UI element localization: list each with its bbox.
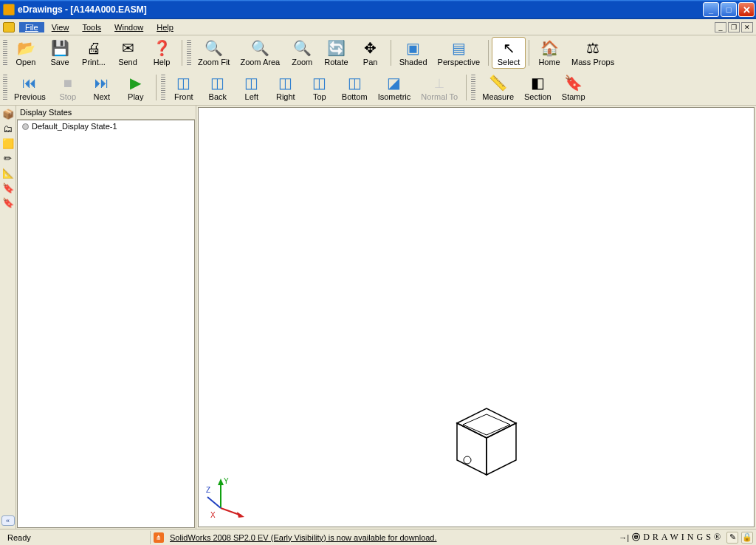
- panel-header: Display States: [17, 106, 195, 120]
- left-icon: ◫: [243, 74, 261, 92]
- gutter-views-icon[interactable]: 🔖: [1, 181, 15, 194]
- top-icon: ◫: [311, 74, 329, 92]
- toolbar-separator: [182, 40, 182, 66]
- front-button[interactable]: ◫Front: [167, 72, 201, 103]
- menubar: File View Tools Window Help _ ❐ ✕: [0, 19, 756, 35]
- toolbar-separator: [156, 75, 157, 100]
- rss-icon[interactable]: ⋔: [154, 532, 164, 543]
- print-button[interactable]: 🖨Print...: [77, 37, 111, 69]
- normal-to-button[interactable]: ⟂Normal To: [416, 72, 463, 103]
- menu-tools[interactable]: Tools: [76, 22, 107, 32]
- help-button[interactable]: ❓Help: [145, 37, 179, 69]
- toolbar-grip[interactable]: [3, 75, 7, 100]
- side-panel: Display States Default_Display State-1: [16, 106, 196, 529]
- svg-marker-1: [218, 479, 224, 485]
- mdi-close-button[interactable]: ✕: [741, 22, 753, 32]
- display-state-item[interactable]: Default_Display State-1: [18, 120, 194, 132]
- play-icon: ▶: [127, 74, 145, 92]
- zoom-button[interactable]: 🔍Zoom: [285, 37, 319, 69]
- toolbar-grip[interactable]: [187, 40, 191, 66]
- bottom-button[interactable]: ◫Bottom: [337, 72, 373, 103]
- toolbar-grip[interactable]: [3, 40, 7, 66]
- toolbar-separator: [488, 40, 489, 66]
- right-icon: ◫: [277, 74, 295, 92]
- brand-icon: ⓔ: [632, 532, 640, 543]
- perspective-button[interactable]: ▤Perspective: [433, 37, 485, 69]
- gutter-layers-icon[interactable]: 🟨: [1, 137, 15, 150]
- status-lock-icon[interactable]: 🔒: [741, 532, 753, 544]
- gutter-stamp-icon[interactable]: 🔖: [1, 196, 15, 209]
- gutter-markup-icon[interactable]: ✏: [1, 151, 15, 165]
- mdi-restore-button[interactable]: ❐: [728, 22, 740, 32]
- svg-line-6: [207, 497, 221, 508]
- back-icon: ◫: [209, 74, 227, 92]
- back-button[interactable]: ◫Back: [201, 72, 235, 103]
- minimize-button[interactable]: _: [703, 2, 719, 17]
- toolbar-grip[interactable]: [161, 75, 165, 100]
- left-button[interactable]: ◫Left: [235, 72, 269, 103]
- play-button[interactable]: ▶Play: [119, 72, 153, 103]
- isometric-button[interactable]: ◪Isometric: [373, 72, 416, 103]
- next-icon: ⏭: [93, 74, 111, 92]
- menubar-app-icon[interactable]: [3, 22, 15, 32]
- send-button[interactable]: ✉Send: [111, 37, 145, 69]
- status-pencil-icon[interactable]: ✎: [726, 532, 738, 544]
- gutter-tree-icon[interactable]: 🗂: [1, 122, 15, 135]
- stamp-icon: 🔖: [565, 74, 583, 92]
- rotate-button[interactable]: 🔄Rotate: [319, 37, 353, 69]
- save-button[interactable]: 💾Save: [43, 37, 77, 69]
- model-preview: [442, 394, 531, 482]
- stop-button[interactable]: ■Stop: [51, 72, 85, 103]
- measure-icon: 📏: [489, 74, 507, 92]
- svg-marker-10: [457, 423, 487, 475]
- perspective-icon: ▤: [450, 39, 467, 57]
- normal-to-icon: ⟂: [430, 74, 448, 92]
- measure-button[interactable]: 📏Measure: [477, 72, 519, 103]
- top-button[interactable]: ◫Top: [303, 72, 337, 103]
- home-button[interactable]: 🏠Home: [532, 37, 566, 69]
- app-icon: [3, 4, 15, 16]
- shaded-button[interactable]: ▣Shaded: [394, 37, 433, 69]
- section-icon: ◧: [529, 74, 546, 92]
- menu-file[interactable]: File: [19, 22, 44, 32]
- viewport-wrap: Y X Z: [196, 106, 756, 529]
- menu-view[interactable]: View: [46, 22, 75, 32]
- toolbar-grip[interactable]: [471, 75, 475, 100]
- svg-marker-9: [463, 414, 510, 435]
- status-news-link[interactable]: SolidWorks 2008 SP2.0 EV (Early Visibili…: [170, 533, 437, 542]
- gutter-components-icon[interactable]: 📦: [1, 107, 15, 120]
- mass-props-button[interactable]: ⚖Mass Props: [566, 37, 619, 69]
- previous-button[interactable]: ⏮Previous: [9, 72, 51, 103]
- pan-button[interactable]: ✥Pan: [354, 37, 388, 69]
- home-icon: 🏠: [540, 39, 558, 57]
- maximize-button[interactable]: □: [721, 2, 737, 17]
- statusbar: Ready ⋔ SolidWorks 2008 SP2.0 EV (Early …: [0, 529, 756, 545]
- stop-icon: ■: [59, 74, 77, 92]
- toolbar-separator: [391, 40, 391, 66]
- status-nav-icon[interactable]: →|: [619, 533, 629, 542]
- select-button[interactable]: ↖Select: [492, 37, 526, 69]
- gutter-collapse-button[interactable]: «: [1, 515, 15, 526]
- window-controls: _ □ ✕: [703, 2, 755, 17]
- stamp-button[interactable]: 🔖Stamp: [557, 72, 591, 103]
- gutter-measure-icon[interactable]: 📐: [1, 166, 15, 179]
- zoom-area-icon: 🔍: [251, 39, 269, 57]
- toolbar-separator: [466, 75, 467, 100]
- shaded-icon: ▣: [405, 39, 422, 57]
- zoom-area-button[interactable]: 🔍Zoom Area: [235, 37, 285, 69]
- zoom-fit-icon: 🔍: [205, 39, 223, 57]
- mdi-minimize-button[interactable]: _: [715, 22, 726, 32]
- next-button[interactable]: ⏭Next: [85, 72, 119, 103]
- zoom-fit-button[interactable]: 🔍Zoom Fit: [193, 37, 235, 69]
- menu-window[interactable]: Window: [109, 22, 149, 32]
- menu-help[interactable]: Help: [151, 22, 179, 32]
- close-button[interactable]: ✕: [738, 2, 755, 17]
- help-icon: ❓: [153, 39, 171, 57]
- toolbar-row-2: ⏮Previous ■Stop ⏭Next ▶Play ◫Front ◫Back…: [0, 70, 756, 105]
- section-button[interactable]: ◧Section: [519, 72, 557, 103]
- open-button[interactable]: 📂Open: [9, 37, 43, 69]
- left-tool-gutter: 📦 🗂 🟨 ✏ 📐 🔖 🔖 «: [0, 106, 16, 529]
- right-button[interactable]: ◫Right: [269, 72, 303, 103]
- print-icon: 🖨: [85, 39, 103, 57]
- viewport-3d[interactable]: Y X Z: [198, 107, 755, 527]
